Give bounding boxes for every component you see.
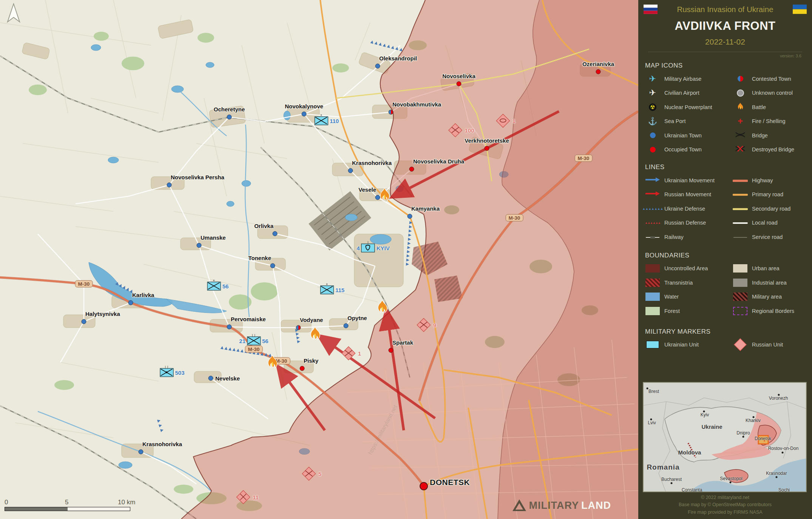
town-label: Nevelske [215,375,240,382]
town-dot-ua [375,64,380,69]
town-label: Novoselivka Druha [413,158,464,165]
legend-row-primary-road: Primary road [733,188,812,202]
regional-borders-swatch [733,307,747,315]
minimap-label-ukraine: Ukraine [701,424,722,430]
ukrainian-unit-marker: x115 [320,286,344,294]
town-marker [167,183,172,188]
credit-line-3: Fire map provided by FIRMS NASA [638,509,812,516]
military-area-swatch [733,293,747,301]
town-dot-ua [82,319,86,324]
town-dot-ua [208,376,213,381]
town-label: Tonenke [248,255,271,261]
town-dot-ru [389,348,394,353]
legend-label: Russian Unit [752,342,783,348]
legend-row-forest: Forest [645,304,733,318]
unit-number: 1 [513,118,516,124]
north-arrow-icon [5,3,22,25]
secondary-road-icon [733,205,748,212]
battle-icon [736,102,744,112]
boundaries-legend: Uncontrolled AreaUrban areaTransnistriaI… [645,262,812,318]
town-label: Karlivka [132,292,154,298]
uncontrolled-area-swatch [645,264,660,273]
legend-row-industrial: Industrial area [733,276,812,290]
version-label: version: 3.6 [644,52,807,58]
town-label: Krasnohorivka [142,441,182,447]
section-lines: LINES [645,163,812,171]
town-label: Vesele [358,186,376,193]
minimap-city-dot [730,482,732,484]
minimap-label-krasnodar: Krasnodar [766,471,787,476]
legend-row-destroyed-bridge: Destroyed Bridge [733,143,812,157]
fire-shelling-icon: + [738,117,743,126]
unit-symbol-box: | [361,244,375,253]
russian-unit-swatch [734,338,747,351]
legend-row-unknown-control: Unknown control [733,86,812,100]
legend-label: Forest [664,308,680,314]
city-marker [420,482,428,490]
town-label: Halytsynivka [85,311,120,317]
unit-number: 110 [330,118,339,124]
legend-label: Unknown control [752,90,793,96]
map-date: 2022-11-02 [644,37,807,46]
unit-number: 56 [222,283,229,290]
town-label: Pervomaiske [231,316,266,322]
legend-row-ru-unit: Russian Unit [733,338,812,352]
legend-label: Bridge [752,132,768,139]
town-label: Oleksandropil [379,55,417,62]
town-dot-ua [344,323,349,328]
town-dot-ua [408,214,412,219]
scale-bar: 0 5 10 km [5,507,130,511]
basemap-graphics [0,0,638,519]
legend-label: Ukrainian Town [664,132,702,139]
city-dot-occupied [420,482,428,490]
legend-label: Civilian Airport [664,90,699,96]
town-marker [296,325,301,330]
overview-minimap[interactable]: BrestVoronezhKyivLvivKharkivUkraineDnipr… [643,382,807,492]
section-boundaries: BOUNDARIES [645,252,812,259]
minimap-label-lviv: Lviv [648,420,656,425]
bridge-icon [735,132,746,139]
legend-label: Russian Movement [664,191,711,197]
occupied-town-icon [650,147,656,152]
legend-row-contested-town: Contested Town [733,72,812,86]
town-label: Novoselivka [442,73,475,79]
page-title: Russian Invasion of Ukraine [677,5,773,14]
legend-label: Ukrainian Unit [664,342,699,348]
unit-echelon: | | [252,333,255,337]
legend-label: Primary road [752,191,783,197]
town-label: Novoselivka Persha [171,174,224,180]
town-label: Vodyane [300,317,323,323]
unit-symbol-diamond [417,318,431,332]
map-canvas[interactable]: 0 5 10 km MILITARYLAND https://militaryl… [0,0,638,519]
russian-unit-marker: 100 [450,125,474,135]
town-dot-ua [227,325,232,330]
minimap-label-moldova: Moldova [678,449,701,456]
minimap-label-sochi: Sochi [778,487,790,492]
town-dot-ru [596,69,601,74]
legend-row-ua-defense: ▲▲▲▲▲▲▲Ukraine Defense [645,202,733,216]
russia-flag-icon [644,5,658,14]
minimap-city-dot [743,436,744,438]
legend-label: Secondary road [752,206,790,212]
town-marker [270,263,275,268]
town-dot-ru [485,146,489,151]
town-marker [389,110,394,115]
legend-row-military-area: Military area [733,290,812,304]
unit-echelon: | | [165,365,168,368]
ukrainian-unit-marker: 21| |56 [239,337,268,345]
section-military-markers: MILITARY MARKERS [645,328,812,336]
minimap-city-dot [671,482,673,484]
town-dot-ru [409,167,414,172]
russian-unit-marker: 9 [419,320,436,330]
legend-label: Ukraine Defense [664,206,705,212]
watermark-text-land: LAND [581,500,611,511]
legend-label: Russian Defense [664,220,706,226]
unknown-control-icon [737,89,744,97]
unit-symbol-box: x [320,286,334,294]
credit-line-1: © 2022 militaryland.net [638,494,812,501]
legend-row-ru-movement: Russian Movement [645,188,733,202]
legend-label: Water [664,294,679,300]
minimap-label-rostov-on-don: Rostov-on-Don [768,446,799,451]
unit-number: 100 [465,127,474,134]
road-shield-m30: M-30 [506,214,523,222]
